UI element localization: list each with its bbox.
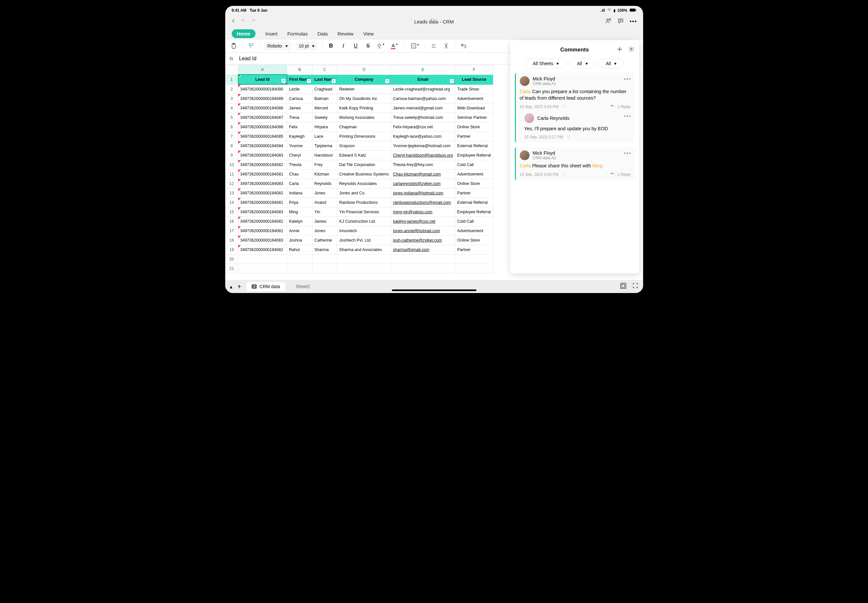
cell[interactable]: 3497362000000184082 xyxy=(238,160,287,170)
cell[interactable]: Grayson xyxy=(337,141,391,151)
cell[interactable]: Lead Id xyxy=(238,74,287,84)
like-icon[interactable]: ♡ xyxy=(563,105,566,109)
cell[interactable]: Yvonne xyxy=(287,141,313,151)
borders-button[interactable]: ▾ xyxy=(409,43,421,49)
like-icon[interactable]: ♡ xyxy=(567,135,570,139)
cell[interactable]: Jones and Co. xyxy=(337,189,391,198)
row-header[interactable]: 13 xyxy=(225,189,238,198)
row-header[interactable]: 20 xyxy=(225,255,238,264)
col-header-d[interactable]: D xyxy=(337,65,391,75)
font-size-select[interactable]: 10 pt▾ xyxy=(296,42,318,50)
cell[interactable]: 3497362000000184082 xyxy=(238,189,287,198)
cell[interactable]: Kayleigh xyxy=(287,132,313,141)
cell[interactable]: 3497362000000184081 xyxy=(238,198,287,207)
more-button[interactable]: ••• xyxy=(630,19,637,25)
cell[interactable]: Haroldson xyxy=(313,151,337,160)
cell[interactable]: Company xyxy=(337,74,391,84)
cell[interactable]: Lezlie xyxy=(287,84,313,94)
cell[interactable]: Merced xyxy=(313,104,337,113)
cell[interactable]: KJ Construction Ltd. xyxy=(337,217,391,226)
cell[interactable]: Partner xyxy=(455,245,493,255)
mention[interactable]: Carla xyxy=(520,89,531,94)
cell[interactable]: Carissa-batman@yahoo.com xyxy=(391,94,455,104)
row-header[interactable]: 15 xyxy=(225,207,238,217)
add-sheet-button[interactable]: + xyxy=(237,283,242,291)
col-header-b[interactable]: B xyxy=(287,65,313,75)
mention[interactable]: Carla xyxy=(520,163,531,169)
cell[interactable]: Theola-frey@frey.com xyxy=(391,160,455,170)
cell[interactable]: External Referral xyxy=(455,141,493,151)
cell[interactable]: Email xyxy=(391,74,455,84)
tab-review[interactable]: Review xyxy=(338,31,353,37)
cell[interactable]: Printing Dimensions xyxy=(337,132,391,141)
tab-home[interactable]: Home xyxy=(232,29,256,38)
thread-more-icon[interactable]: ••• xyxy=(624,113,631,119)
comments-settings-button[interactable] xyxy=(628,46,635,54)
cell[interactable]: Hirpara xyxy=(313,122,337,132)
reply-icon[interactable] xyxy=(610,172,615,177)
comment-thread[interactable]: ••• Mick Floyd CRM data.A1 Carla Please … xyxy=(515,147,635,181)
cell[interactable]: rainbowproductions@gmail.com xyxy=(391,198,455,207)
comment-thread[interactable]: ••• Mick Floyd CRM data.A1 Carla Can you… xyxy=(515,73,635,142)
cell[interactable]: 3497362000000184082 xyxy=(238,245,287,255)
cell[interactable]: Joshna xyxy=(287,236,313,245)
cell[interactable]: Kitzman xyxy=(313,170,337,179)
cell[interactable]: Tresa xyxy=(287,113,313,122)
cell[interactable]: Batman xyxy=(313,94,337,104)
fx-icon[interactable]: fx xyxy=(230,56,233,61)
cell[interactable]: 3497362000000184088 xyxy=(238,104,287,113)
cell[interactable]: 3497362000000184083 xyxy=(238,179,287,189)
cell[interactable]: Kwik Kopy Printing xyxy=(337,104,391,113)
like-icon[interactable]: ♡ xyxy=(563,172,566,177)
row-header[interactable]: 17 xyxy=(225,226,238,236)
home-indicator[interactable] xyxy=(392,289,476,291)
cell[interactable]: External Referral xyxy=(455,198,493,207)
cell[interactable]: Sharma xyxy=(313,245,337,255)
cell[interactable]: Oh My Goodknits Inc xyxy=(337,94,391,104)
cell[interactable]: Morlong Associates xyxy=(337,113,391,122)
undo-button[interactable] xyxy=(241,18,246,25)
cell[interactable]: Yin Financial Services xyxy=(337,207,391,217)
filter-icon[interactable] xyxy=(385,79,390,83)
cell[interactable]: carlareynolds@zylker.com xyxy=(391,179,455,189)
cell[interactable]: Chau xyxy=(287,170,313,179)
cell[interactable]: James xyxy=(313,217,337,226)
filter-icon[interactable] xyxy=(281,79,286,83)
underline-button[interactable]: U xyxy=(352,43,360,49)
bold-button[interactable]: B xyxy=(327,43,335,49)
comments-button[interactable] xyxy=(617,18,624,25)
cell[interactable]: Employee Referral xyxy=(455,207,493,217)
cell[interactable]: Chapman xyxy=(337,122,391,132)
row-header[interactable]: 3 xyxy=(225,94,238,104)
cell[interactable]: Reynolds xyxy=(313,179,337,189)
cell[interactable]: 3497362000000184083 xyxy=(238,236,287,245)
cell[interactable]: Felix xyxy=(287,122,313,132)
cell[interactable]: Carla xyxy=(287,179,313,189)
row-header[interactable]: 19 xyxy=(225,245,238,255)
cell[interactable]: Last Name xyxy=(313,74,337,84)
comment-location[interactable]: CRM data.A1 xyxy=(533,156,556,160)
cell[interactable]: 3497362000000184090 xyxy=(238,84,287,94)
cell[interactable]: Chau-kitzman@gmail.com xyxy=(391,170,455,179)
cell[interactable]: Online Store xyxy=(455,122,493,132)
col-header-a[interactable]: A xyxy=(238,65,287,75)
cell[interactable]: Anand xyxy=(313,198,337,207)
cell[interactable]: Advertisement xyxy=(455,226,493,236)
cell[interactable]: Kayleigh-lace@yahoo.com xyxy=(391,132,455,141)
fill-color-button[interactable]: ▾ xyxy=(376,43,384,49)
cell[interactable]: Catherine xyxy=(313,236,337,245)
formula-value[interactable]: Lead Id xyxy=(239,56,256,62)
row-header[interactable]: 6 xyxy=(225,122,238,132)
cell[interactable]: James xyxy=(287,104,313,113)
reply-icon[interactable] xyxy=(610,104,615,110)
tab-view[interactable]: View xyxy=(363,31,374,37)
cell[interactable]: 3497362000000184087 xyxy=(238,113,287,122)
cell[interactable]: Rainbow Productions xyxy=(337,198,391,207)
filter-sheets[interactable]: All Sheets▾ xyxy=(525,59,566,68)
cell[interactable]: Edward S Katz xyxy=(337,151,391,160)
reply-count[interactable]: 1 Reply xyxy=(617,172,631,177)
cell[interactable]: Jones xyxy=(313,226,337,236)
cell[interactable]: Partner xyxy=(455,132,493,141)
keyboard-button[interactable] xyxy=(620,282,627,291)
cell[interactable]: Cheryl-haroldson@haroldson.org xyxy=(391,151,455,160)
